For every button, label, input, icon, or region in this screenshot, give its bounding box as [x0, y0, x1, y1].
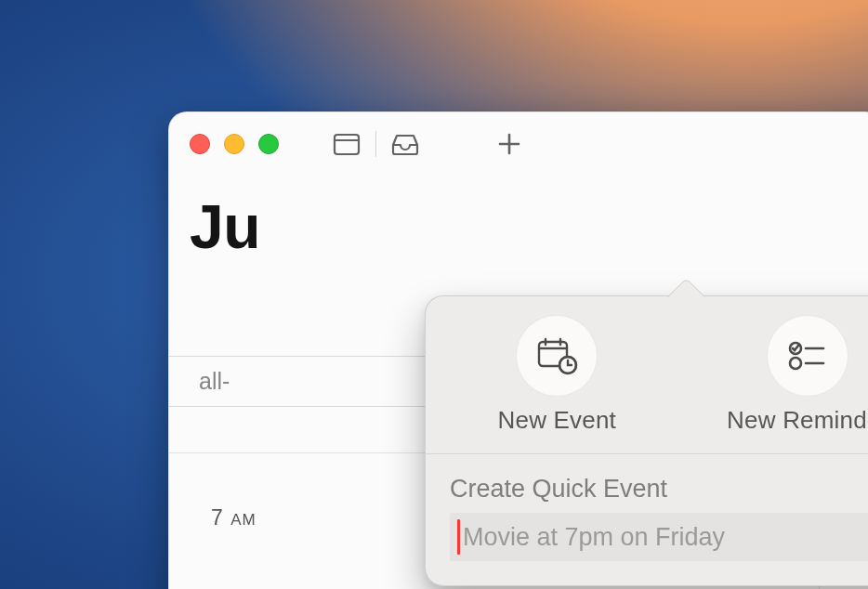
- zoom-button[interactable]: [258, 134, 279, 154]
- new-event-icon-circle: [516, 315, 598, 397]
- plus-icon: [497, 132, 521, 156]
- calendar-toggle-button[interactable]: [320, 126, 374, 162]
- hour-number: 7: [211, 505, 223, 530]
- add-button[interactable]: [482, 126, 536, 162]
- calendar-window: Ju all- ... ... 7 AM: [168, 111, 868, 589]
- svg-rect-0: [335, 135, 359, 154]
- hour-label: 7 AM: [211, 505, 256, 530]
- window-controls: [190, 134, 279, 154]
- month-title: Ju: [190, 191, 260, 262]
- new-reminder-option[interactable]: New Reminder: [727, 315, 868, 435]
- new-reminder-label: New Reminder: [727, 406, 868, 435]
- hour-period: AM: [230, 511, 256, 529]
- inbox-icon: [390, 132, 420, 156]
- new-event-label: New Event: [498, 406, 617, 435]
- toolbar-separator: [375, 131, 376, 157]
- calendar-clock-icon: [535, 336, 578, 375]
- add-popover: New Event New Reminder: [425, 295, 868, 586]
- quick-event-input[interactable]: [450, 513, 868, 561]
- popover-options: New Event New Reminder: [426, 296, 868, 442]
- inbox-button[interactable]: [378, 126, 432, 162]
- new-event-option[interactable]: New Event: [498, 315, 617, 435]
- quick-event-field[interactable]: [450, 513, 868, 561]
- reminder-list-icon: [786, 337, 829, 374]
- text-caret: [457, 519, 460, 555]
- svg-point-12: [790, 358, 801, 369]
- quick-event-label: Create Quick Event: [426, 454, 868, 513]
- new-reminder-icon-circle: [767, 315, 848, 397]
- close-button[interactable]: [190, 134, 210, 154]
- minimize-button[interactable]: [224, 134, 244, 154]
- all-day-label: all-: [199, 368, 230, 395]
- titlebar: [169, 112, 868, 176]
- calendar-icon: [333, 131, 361, 157]
